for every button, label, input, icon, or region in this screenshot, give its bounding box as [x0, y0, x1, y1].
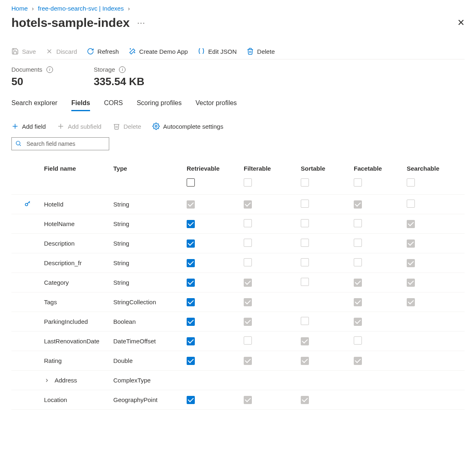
- checkbox-facetable: [354, 279, 362, 287]
- field-row[interactable]: ParkingIncludedBoolean: [11, 312, 465, 332]
- refresh-button[interactable]: Refresh: [87, 48, 119, 55]
- checkbox-searchable-all[interactable]: [407, 178, 415, 187]
- tab-vector-profiles[interactable]: Vector profiles: [196, 99, 237, 111]
- checkbox-retrievable[interactable]: [187, 298, 195, 306]
- add-subfield-button: Add subfield: [57, 123, 101, 130]
- gear-icon: [152, 123, 160, 130]
- field-row[interactable]: HotelNameString: [11, 214, 465, 234]
- chevron-right-icon[interactable]: [44, 378, 50, 383]
- checkbox-searchable: [407, 279, 415, 287]
- checkbox-sortable[interactable]: [301, 219, 309, 227]
- field-type: String: [113, 279, 187, 286]
- tab-fields[interactable]: Fields: [71, 99, 90, 111]
- autocomplete-settings-button[interactable]: Autocomplete settings: [152, 123, 223, 130]
- more-actions-button[interactable]: ⋯: [137, 18, 146, 28]
- svg-point-9: [25, 203, 28, 206]
- checkbox-filterable[interactable]: [244, 258, 252, 266]
- checkbox-sortable[interactable]: [301, 200, 309, 208]
- delete-label: Delete: [257, 48, 275, 55]
- checkbox-filterable[interactable]: [244, 336, 252, 345]
- close-button[interactable]: ✕: [457, 18, 465, 28]
- storage-value: 335.54 KB: [94, 75, 144, 88]
- field-row[interactable]: LocationGeographyPoint: [11, 390, 465, 410]
- add-field-button[interactable]: Add field: [11, 123, 46, 130]
- page-title: hotels-sample-index: [11, 16, 130, 30]
- search-input[interactable]: [26, 140, 106, 147]
- tab-scoring-profiles[interactable]: Scoring profiles: [137, 99, 181, 111]
- col-sortable: Sortable: [301, 165, 354, 172]
- field-row[interactable]: Description_frString: [11, 253, 465, 273]
- checkbox-facetable-all[interactable]: [354, 178, 362, 187]
- tab-cors[interactable]: CORS: [104, 99, 123, 111]
- delete-field-label: Delete: [123, 123, 141, 130]
- field-row[interactable]: AddressComplexType: [11, 371, 465, 390]
- field-type: String: [113, 220, 187, 227]
- checkbox-retrievable[interactable]: [187, 239, 195, 248]
- edit-json-label: Edit JSON: [208, 48, 237, 55]
- create-demo-app-button[interactable]: Create Demo App: [129, 48, 188, 55]
- col-facetable: Facetable: [354, 165, 407, 172]
- checkbox-retrievable[interactable]: [187, 396, 195, 404]
- checkbox-facetable: [354, 357, 362, 365]
- discard-button: Discard: [46, 48, 77, 55]
- tabs-bar: Search explorer Fields CORS Scoring prof…: [11, 99, 465, 111]
- refresh-label: Refresh: [97, 48, 119, 55]
- field-name: Location: [44, 396, 67, 403]
- plus-icon: [57, 123, 64, 130]
- checkbox-retrievable[interactable]: [187, 318, 195, 326]
- checkbox-searchable: [407, 239, 415, 248]
- checkbox-searchable[interactable]: [407, 200, 415, 208]
- checkbox-searchable: [407, 317, 415, 325]
- checkbox-sortable[interactable]: [301, 317, 309, 325]
- tab-search-explorer[interactable]: Search explorer: [11, 99, 57, 111]
- delete-button[interactable]: Delete: [247, 48, 275, 55]
- field-row[interactable]: DescriptionString: [11, 234, 465, 253]
- field-type: StringCollection: [113, 299, 187, 305]
- checkbox-facetable: [354, 395, 362, 403]
- checkbox-retrievable-all[interactable]: [187, 178, 195, 187]
- edit-json-button[interactable]: Edit JSON: [198, 48, 237, 55]
- checkbox-retrievable[interactable]: [187, 337, 195, 345]
- storage-label: Storage: [94, 66, 115, 73]
- checkbox-searchable: [407, 220, 415, 228]
- field-type: GeographyPoint: [113, 396, 187, 403]
- checkbox-retrievable[interactable]: [187, 279, 195, 287]
- field-row[interactable]: TagsStringCollection: [11, 292, 465, 312]
- field-row[interactable]: CategoryString: [11, 273, 465, 292]
- add-subfield-label: Add subfield: [68, 123, 101, 130]
- checkbox-filterable[interactable]: [244, 219, 252, 227]
- search-field-names-box[interactable]: [11, 137, 109, 150]
- checkbox-filterable[interactable]: [244, 239, 252, 247]
- checkbox-sortable[interactable]: [301, 258, 309, 266]
- checkbox-facetable: [354, 318, 362, 326]
- checkbox-sortable-all[interactable]: [301, 178, 309, 187]
- checkbox-facetable[interactable]: [354, 336, 362, 345]
- documents-value: 50: [11, 75, 53, 88]
- checkbox-facetable[interactable]: [354, 258, 362, 266]
- col-searchable: Searchable: [407, 165, 447, 172]
- field-type: String: [113, 201, 187, 208]
- checkbox-filterable: [244, 396, 252, 404]
- checkbox-retrievable[interactable]: [187, 357, 195, 365]
- field-type: Boolean: [113, 318, 187, 325]
- checkbox-sortable[interactable]: [301, 239, 309, 247]
- breadcrumb-service[interactable]: free-demo-search-svc | Indexes: [38, 5, 124, 12]
- checkbox-facetable[interactable]: [354, 219, 362, 227]
- info-icon[interactable]: i: [119, 66, 126, 73]
- field-row[interactable]: HotelIdString: [11, 195, 465, 214]
- breadcrumb-service-label: free-demo-search-svc: [38, 5, 97, 12]
- checkbox-retrievable[interactable]: [187, 220, 195, 228]
- info-icon[interactable]: i: [46, 66, 53, 73]
- checkbox-searchable: [407, 395, 415, 403]
- svg-point-6: [155, 125, 157, 127]
- checkbox-retrievable[interactable]: [187, 259, 195, 267]
- breadcrumb-section-label: Indexes: [102, 5, 124, 12]
- save-button: Save: [11, 48, 36, 55]
- braces-icon: [198, 48, 205, 55]
- checkbox-filterable-all[interactable]: [244, 178, 252, 187]
- field-row[interactable]: LastRenovationDateDateTimeOffset: [11, 332, 465, 351]
- breadcrumb-home[interactable]: Home: [11, 5, 28, 12]
- checkbox-sortable[interactable]: [301, 278, 309, 286]
- checkbox-facetable[interactable]: [354, 239, 362, 247]
- field-row[interactable]: RatingDouble: [11, 351, 465, 371]
